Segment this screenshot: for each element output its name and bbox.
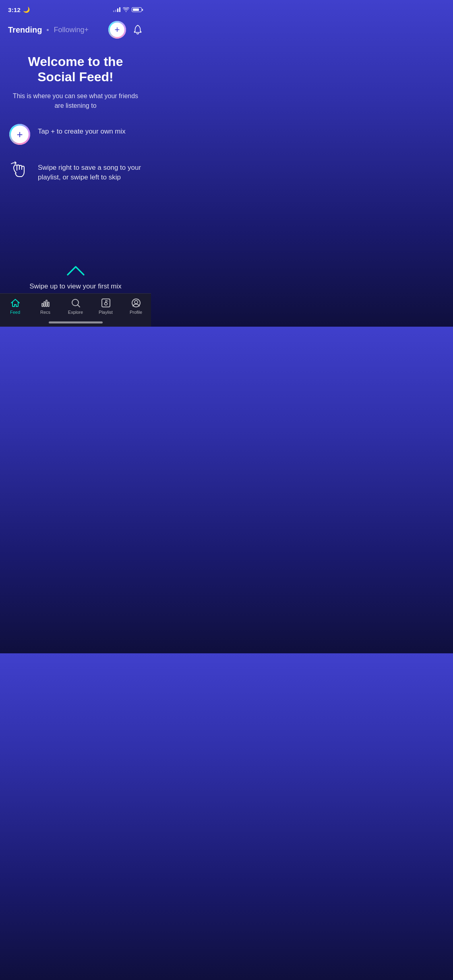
feature-swipe: Swipe right to save a song to your playl… <box>8 159 143 182</box>
tab-playlist-label: Playlist <box>99 310 113 315</box>
svg-rect-6 <box>102 299 110 307</box>
svg-rect-3 <box>48 302 49 307</box>
header-nav: Trending Following+ + <box>0 18 151 42</box>
feature-swipe-text: Swipe right to save a song to your playl… <box>38 159 143 182</box>
swipe-up-section: Swipe up to view your first mix <box>0 265 151 294</box>
tab-recs-label: Recs <box>40 310 50 315</box>
feature-create-mix-text: Tap + to create your own mix <box>38 123 126 136</box>
chevron-up-icon <box>66 265 86 277</box>
feature-add-inner: + <box>11 126 29 143</box>
tab-feed[interactable]: Feed <box>0 298 30 315</box>
status-icons <box>113 7 143 12</box>
svg-rect-2 <box>46 300 47 307</box>
following-tab[interactable]: Following+ <box>54 26 89 34</box>
moon-icon: 🌙 <box>23 6 30 13</box>
signal-icon <box>113 7 120 12</box>
tab-playlist[interactable]: Playlist <box>91 298 121 315</box>
status-bar: 3:12 🌙 <box>0 0 151 18</box>
svg-line-5 <box>78 305 80 307</box>
profile-icon <box>131 298 141 308</box>
explore-icon <box>70 298 81 308</box>
features-list: + Tap + to create your own mix Swipe rig… <box>0 111 151 182</box>
battery-icon <box>132 7 143 12</box>
svg-rect-1 <box>44 302 45 307</box>
feed-icon <box>10 298 21 308</box>
swipe-up-text: Swipe up to view your first mix <box>0 282 151 290</box>
tab-bar: Feed Recs Explore <box>0 293 151 327</box>
recs-icon <box>40 298 51 308</box>
tab-profile[interactable]: Profile <box>121 298 151 315</box>
header-actions: + <box>108 21 143 39</box>
tab-explore-label: Explore <box>68 310 83 315</box>
nav-separator <box>47 29 49 31</box>
add-button-inner: + <box>110 23 124 37</box>
welcome-subtitle: This is where you can see what your frie… <box>12 91 139 111</box>
feature-add-icon-wrap: + <box>8 123 31 146</box>
tab-profile-label: Profile <box>130 310 142 315</box>
tab-recs[interactable]: Recs <box>30 298 60 315</box>
feature-add-btn: + <box>9 124 30 145</box>
playlist-icon <box>101 298 111 308</box>
svg-point-11 <box>134 301 138 304</box>
main-content: Welcome to the Social Feed! This is wher… <box>0 42 151 111</box>
home-indicator <box>49 321 103 323</box>
feature-plus-icon: + <box>17 129 23 140</box>
svg-rect-0 <box>42 303 43 307</box>
add-mix-button[interactable]: + <box>108 21 126 39</box>
welcome-title: Welcome to the Social Feed! <box>12 54 139 85</box>
status-time: 3:12 <box>8 6 21 13</box>
feature-swipe-icon-wrap <box>8 159 31 182</box>
notifications-bell-icon[interactable] <box>132 25 143 35</box>
tab-feed-label: Feed <box>10 310 20 315</box>
wifi-icon <box>123 7 129 12</box>
add-plus-icon: + <box>115 25 120 34</box>
svg-point-7 <box>104 303 107 305</box>
tab-explore[interactable]: Explore <box>60 298 91 315</box>
swipe-gesture-icon <box>8 159 31 182</box>
feature-create-mix: + Tap + to create your own mix <box>8 123 143 146</box>
trending-tab[interactable]: Trending <box>8 25 42 35</box>
